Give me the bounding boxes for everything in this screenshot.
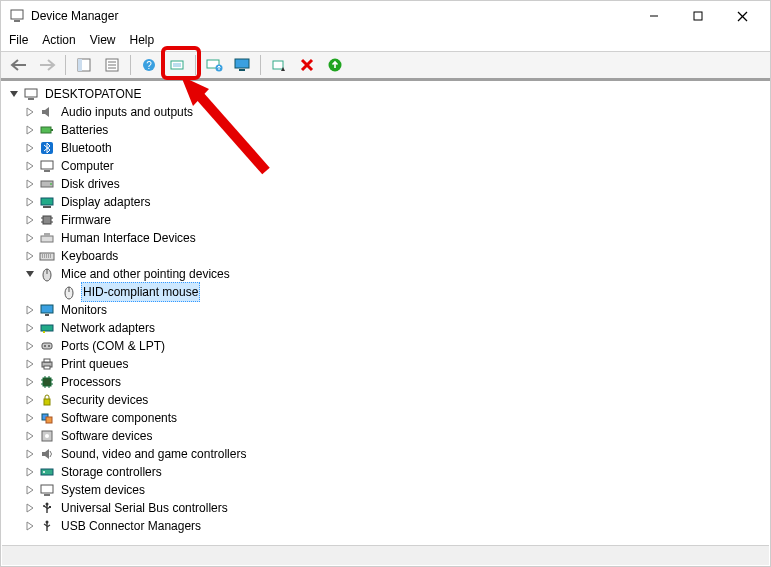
tree-category[interactable]: Software devices [1, 427, 770, 445]
tree-category[interactable]: System devices [1, 481, 770, 499]
security-icon [39, 392, 55, 408]
tree-category-label: Ports (COM & LPT) [59, 337, 167, 355]
software-component-icon [39, 410, 55, 426]
tree-category-label: Display adapters [59, 193, 152, 211]
uninstall-device-button[interactable] [295, 54, 319, 76]
monitor-button[interactable] [230, 54, 254, 76]
tree-root[interactable]: DESKTOPATONE [1, 85, 770, 103]
disable-device-button[interactable] [267, 54, 291, 76]
chevron-right-icon[interactable] [23, 141, 37, 155]
tree-category-label: Bluetooth [59, 139, 114, 157]
chevron-right-icon[interactable] [23, 177, 37, 191]
tree-category-label: Mice and other pointing devices [59, 265, 232, 283]
menubar: File Action View Help [1, 31, 770, 51]
tree-category[interactable]: Audio inputs and outputs [1, 103, 770, 121]
forward-button[interactable] [35, 54, 59, 76]
chevron-right-icon[interactable] [23, 429, 37, 443]
tree-category[interactable]: Universal Serial Bus controllers [1, 499, 770, 517]
usb-connector-icon [39, 518, 55, 534]
app-icon [9, 8, 25, 24]
svg-rect-75 [41, 485, 53, 493]
enable-device-button[interactable] [323, 54, 347, 76]
svg-rect-80 [49, 506, 51, 508]
tree-category[interactable]: Software components [1, 409, 770, 427]
tree-category[interactable]: Security devices [1, 391, 770, 409]
display-adapter-icon [39, 194, 55, 210]
device-tree[interactable]: DESKTOPATONE Audio inputs and outputs Ba… [1, 79, 770, 541]
chevron-right-icon[interactable] [23, 339, 37, 353]
minimize-button[interactable] [632, 1, 676, 31]
chevron-right-icon[interactable] [23, 375, 37, 389]
scan-hardware-button[interactable] [165, 54, 189, 76]
tree-category-mice[interactable]: Mice and other pointing devices [1, 265, 770, 283]
back-button[interactable] [7, 54, 31, 76]
printer-icon [39, 356, 55, 372]
help-button[interactable]: ? [137, 54, 161, 76]
tree-category-label: Processors [59, 373, 123, 391]
svg-rect-33 [41, 198, 53, 205]
maximize-button[interactable] [676, 1, 720, 31]
toolbar-separator [195, 55, 196, 75]
toolbar: ? [1, 51, 770, 79]
tree-category[interactable]: Computer [1, 157, 770, 175]
svg-point-72 [45, 434, 49, 438]
battery-icon [39, 122, 55, 138]
tree-category[interactable]: Processors [1, 373, 770, 391]
chip-icon [39, 212, 55, 228]
chevron-right-icon[interactable] [23, 393, 37, 407]
menu-file[interactable]: File [9, 33, 28, 47]
statusbar [2, 545, 769, 565]
tree-category[interactable]: Keyboards [1, 247, 770, 265]
properties-button[interactable] [100, 54, 124, 76]
chevron-right-icon[interactable] [23, 213, 37, 227]
chevron-right-icon[interactable] [23, 447, 37, 461]
svg-rect-52 [43, 331, 45, 333]
chevron-right-icon[interactable] [23, 483, 37, 497]
tree-category-label: Firmware [59, 211, 113, 229]
svg-rect-19 [239, 69, 245, 71]
tree-category-label: System devices [59, 481, 147, 499]
chevron-right-icon[interactable] [23, 519, 37, 533]
keyboard-icon [39, 248, 55, 264]
svg-rect-50 [45, 314, 49, 316]
tree-category[interactable]: Batteries [1, 121, 770, 139]
tree-category[interactable]: Storage controllers [1, 463, 770, 481]
show-hide-console-tree-button[interactable] [72, 54, 96, 76]
chevron-right-icon[interactable] [23, 465, 37, 479]
chevron-right-icon[interactable] [23, 249, 37, 263]
update-driver-button[interactable] [202, 54, 226, 76]
chevron-right-icon[interactable] [23, 357, 37, 371]
chevron-right-icon[interactable] [23, 231, 37, 245]
menu-help[interactable]: Help [130, 33, 155, 47]
tree-category[interactable]: Firmware [1, 211, 770, 229]
tree-root-label: DESKTOPATONE [43, 85, 143, 103]
chevron-down-icon[interactable] [23, 267, 37, 281]
menu-view[interactable]: View [90, 33, 116, 47]
svg-rect-59 [43, 378, 51, 386]
tree-category[interactable]: Ports (COM & LPT) [1, 337, 770, 355]
chevron-right-icon[interactable] [23, 411, 37, 425]
titlebar: Device Manager [1, 1, 770, 31]
tree-category[interactable]: Print queues [1, 355, 770, 373]
chevron-right-icon[interactable] [23, 159, 37, 173]
tree-category[interactable]: Monitors [1, 301, 770, 319]
tree-category[interactable]: Disk drives [1, 175, 770, 193]
svg-rect-26 [41, 127, 51, 133]
chevron-down-icon[interactable] [7, 87, 21, 101]
menu-action[interactable]: Action [42, 33, 75, 47]
chevron-right-icon[interactable] [23, 123, 37, 137]
close-button[interactable] [720, 1, 764, 31]
chevron-right-icon[interactable] [23, 105, 37, 119]
chevron-right-icon[interactable] [23, 321, 37, 335]
tree-category-label: Print queues [59, 355, 130, 373]
tree-category[interactable]: Network adapters [1, 319, 770, 337]
chevron-right-icon[interactable] [23, 501, 37, 515]
tree-category[interactable]: Human Interface Devices [1, 229, 770, 247]
tree-category[interactable]: Bluetooth [1, 139, 770, 157]
chevron-right-icon[interactable] [23, 195, 37, 209]
tree-category[interactable]: USB Connector Managers [1, 517, 770, 535]
chevron-right-icon[interactable] [23, 303, 37, 317]
tree-category[interactable]: Display adapters [1, 193, 770, 211]
tree-device-hid-mouse[interactable]: HID-compliant mouse [1, 283, 770, 301]
tree-category[interactable]: Sound, video and game controllers [1, 445, 770, 463]
